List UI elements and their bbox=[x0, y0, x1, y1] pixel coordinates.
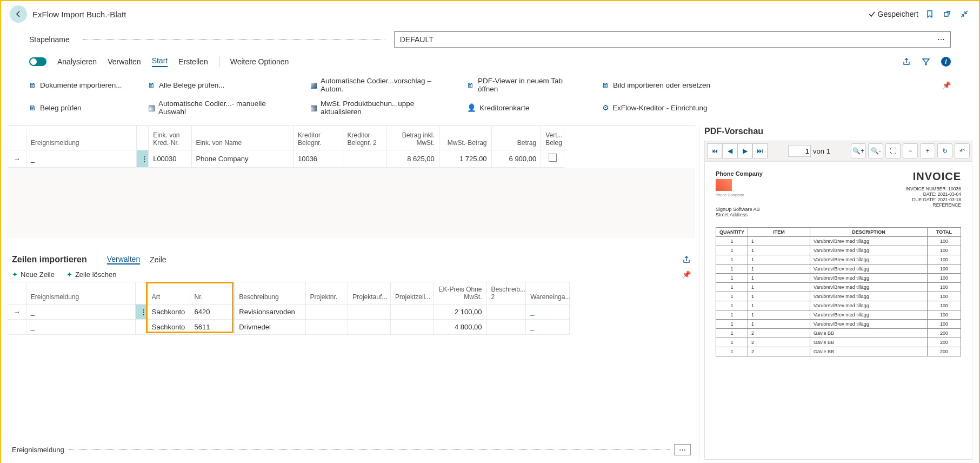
cell-receipt[interactable]: _ bbox=[526, 304, 570, 319]
cell-type[interactable]: Sachkonto bbox=[147, 304, 190, 319]
cell-projline[interactable] bbox=[390, 304, 433, 319]
row-menu[interactable]: ⋮ bbox=[136, 150, 148, 167]
row-menu[interactable] bbox=[135, 319, 147, 334]
lcol-price[interactable]: EK-Preis Ohne MwSt. bbox=[433, 282, 486, 304]
cell-no[interactable]: 6420 bbox=[190, 304, 235, 319]
lines-tab-manage[interactable]: Verwalten bbox=[107, 255, 140, 264]
filter-icon[interactable] bbox=[922, 57, 930, 66]
cell-receipt[interactable]: _ bbox=[526, 319, 570, 334]
col-vendor-no[interactable]: Eink. von Kred.-Nr. bbox=[149, 126, 191, 150]
row-menu[interactable]: ⋮ bbox=[135, 304, 147, 319]
lcol-receipt[interactable]: Wareneinga... bbox=[526, 282, 570, 304]
lcol-type[interactable]: Art bbox=[147, 282, 190, 304]
lines-tab-line[interactable]: Zeile bbox=[150, 255, 166, 264]
cell-desc[interactable]: Revisionsarvoden bbox=[235, 304, 305, 319]
cell-msg[interactable]: _ bbox=[26, 150, 137, 167]
pdf-next-page-button[interactable]: ▶ bbox=[737, 143, 752, 158]
line-row[interactable]: → _ ⋮ Sachkonto 6420 Revisionsarvoden 2 … bbox=[8, 304, 570, 319]
action-update-vat[interactable]: ▦MwSt. Produktbuchun...uppe aktualisiere… bbox=[310, 100, 445, 116]
back-button[interactable] bbox=[10, 5, 27, 23]
cell-msg[interactable]: _ bbox=[26, 319, 135, 334]
lcol-projline[interactable]: Projektzeil... bbox=[390, 282, 433, 304]
pdf-prev-page-button[interactable]: ◀ bbox=[722, 143, 737, 158]
action-new-line[interactable]: ✦Neue Zeile bbox=[12, 270, 55, 279]
action-auto-coding[interactable]: ▦Automatische Codier...vorschlag – Autom… bbox=[310, 77, 445, 93]
cell-incl[interactable]: 8 625,00 bbox=[387, 150, 439, 167]
lcol-proj[interactable]: Projektnr. bbox=[305, 282, 348, 304]
pin-icon[interactable]: 📌 bbox=[942, 81, 951, 89]
bookmark-icon[interactable] bbox=[924, 8, 936, 20]
cell-doc[interactable]: 10036 bbox=[293, 150, 343, 167]
cell-projline[interactable] bbox=[390, 319, 433, 334]
pdf-minus-button[interactable]: − bbox=[903, 143, 918, 158]
action-exflow-vendor-setup[interactable]: ⚙ExFlow-Kreditor - Einrichtung bbox=[602, 103, 708, 112]
cell-type[interactable]: Sachkonto bbox=[147, 319, 190, 334]
pdf-zoom-out-button[interactable]: 🔍- bbox=[868, 143, 883, 158]
pdf-last-page-button[interactable]: ⏭ bbox=[752, 143, 768, 158]
cell-projtask[interactable] bbox=[348, 319, 391, 334]
cell-price[interactable]: 2 100,00 bbox=[433, 304, 486, 319]
col-doc-no2[interactable]: Kreditor Belegnr. 2 bbox=[343, 126, 386, 150]
pdf-refresh-button[interactable]: ↻ bbox=[937, 143, 952, 158]
cell-vendor-no[interactable]: L00030 bbox=[149, 150, 191, 167]
pdf-first-page-button[interactable]: ⏮ bbox=[707, 143, 722, 158]
action-import-documents[interactable]: 🗎Dokumente importieren... bbox=[29, 81, 126, 89]
lcol-projtask[interactable]: Projektauf... bbox=[348, 282, 391, 304]
col-vert[interactable]: Vert... Beleg bbox=[541, 126, 564, 150]
tab-start[interactable]: Start bbox=[152, 56, 168, 67]
lcol-no[interactable]: Nr. bbox=[190, 282, 235, 304]
cell-proj[interactable] bbox=[305, 304, 348, 319]
pdf-plus-button[interactable]: + bbox=[920, 143, 935, 158]
tab-more-options[interactable]: Weitere Optionen bbox=[230, 57, 289, 66]
cell-price[interactable]: 4 800,00 bbox=[433, 319, 486, 334]
col-event-msg[interactable]: Ereignismeldung bbox=[26, 126, 137, 150]
cell-projtask[interactable] bbox=[348, 304, 391, 319]
cell-checkbox[interactable] bbox=[541, 150, 564, 167]
pdf-undo-button[interactable]: ↶ bbox=[955, 143, 970, 158]
cell-proj[interactable] bbox=[305, 319, 348, 334]
lcol-msg[interactable]: Ereignismeldung bbox=[26, 282, 135, 304]
action-vendor-card[interactable]: 👤Kreditorenkarte bbox=[467, 103, 581, 112]
pdf-zoom-in-button[interactable]: 🔍+ bbox=[851, 143, 866, 158]
cell-desc2[interactable] bbox=[486, 319, 526, 334]
lines-scrollbar[interactable] bbox=[8, 335, 695, 345]
cell-no[interactable]: 5611 bbox=[190, 319, 235, 334]
line-row[interactable]: _ Sachkonto 5611 Drivmedel 4 800,00 _ bbox=[8, 319, 570, 334]
tab-manage[interactable]: Verwalten bbox=[108, 57, 141, 66]
col-vat[interactable]: MwSt.-Betrag bbox=[439, 126, 491, 150]
action-auto-coding-manual[interactable]: ▦Automatische Codier...- manuelle Auswah… bbox=[148, 100, 289, 116]
action-delete-line[interactable]: ✦Zeile löschen bbox=[66, 270, 117, 279]
action-check-all-docs[interactable]: 🗎Alle Belege prüfen... bbox=[148, 81, 289, 89]
pdf-page-input[interactable] bbox=[788, 145, 811, 157]
tab-create[interactable]: Erstellen bbox=[178, 57, 208, 66]
col-amount-incl[interactable]: Betrag inkl. MwSt. bbox=[387, 126, 439, 150]
cell-vendor-name[interactable]: Phone Company bbox=[191, 150, 293, 167]
pin-lines-icon[interactable]: 📌 bbox=[682, 270, 691, 279]
col-amount[interactable]: Betrag bbox=[491, 126, 541, 150]
pdf-fit-button[interactable]: ⛶ bbox=[885, 143, 901, 158]
share-lines-icon[interactable] bbox=[682, 255, 691, 264]
action-pdf-newtab[interactable]: 🗎PDF-Viewer in neuem Tab öffnen bbox=[467, 77, 581, 93]
popout-icon[interactable] bbox=[941, 8, 953, 20]
h-scrollbar[interactable] bbox=[8, 238, 695, 248]
header-row[interactable]: → _ ⋮ L00030 Phone Company 10036 8 625,0… bbox=[8, 150, 564, 167]
action-import-image[interactable]: 🗎Bild importieren oder ersetzen bbox=[602, 81, 710, 89]
info-icon[interactable]: i bbox=[941, 57, 951, 67]
cell-vat[interactable]: 1 725,00 bbox=[439, 150, 491, 167]
cell-desc[interactable]: Drivmedel bbox=[235, 319, 305, 334]
col-vendor-name[interactable]: Eink. von Name bbox=[191, 126, 293, 150]
collapse-icon[interactable] bbox=[958, 8, 970, 20]
action-check-doc[interactable]: 🗎Beleg prüfen bbox=[29, 104, 126, 112]
cell-amount[interactable]: 6 900,00 bbox=[491, 150, 541, 167]
analyze-toggle[interactable] bbox=[29, 57, 46, 66]
ellipsis-icon[interactable]: ⋯ bbox=[937, 35, 945, 44]
cell-msg[interactable]: _ bbox=[26, 304, 135, 319]
col-doc-no[interactable]: Kreditor Belegnr. bbox=[293, 126, 343, 150]
tab-analyze[interactable]: Analysieren bbox=[57, 57, 97, 66]
cell-doc2[interactable] bbox=[343, 150, 386, 167]
more-button[interactable]: ⋯ bbox=[674, 444, 691, 455]
share-icon[interactable] bbox=[902, 57, 911, 66]
batch-name-input[interactable]: DEFAULT ⋯ bbox=[394, 31, 951, 48]
lcol-desc2[interactable]: Beschreib... 2 bbox=[486, 282, 526, 304]
cell-desc2[interactable] bbox=[486, 304, 526, 319]
